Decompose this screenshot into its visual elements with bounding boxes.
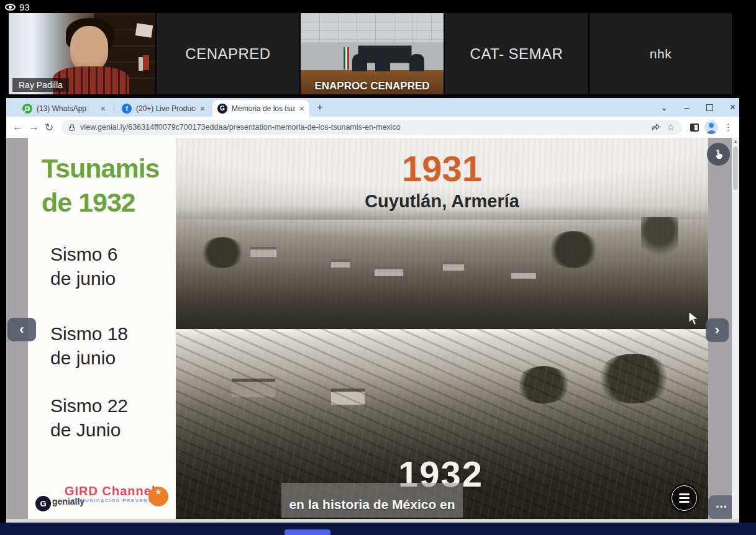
participant-nameplate: ENAPROC CENAPRED	[301, 80, 444, 92]
participant-nameplate: Ray Padilla	[12, 78, 69, 92]
whatsapp-icon	[22, 104, 32, 114]
reload-icon[interactable]: ↻	[45, 121, 53, 134]
tab-strip: (13) WhatsApp × f (20+) Live Producer | …	[6, 98, 739, 117]
tab-facebook-live-producer[interactable]: f (20+) Live Producer | Facebook ×	[117, 100, 210, 117]
profile-avatar[interactable]	[704, 120, 718, 134]
participant-tile-enaproc: ENAPROC CENAPRED	[301, 13, 444, 94]
back-icon[interactable]: ←	[12, 121, 23, 133]
slide-sidebar: Tsunamis de 1932 Sismo 6 de junio Sismo …	[28, 138, 176, 519]
seated-person	[375, 54, 390, 71]
scrollbar-thumb[interactable]	[733, 146, 738, 190]
participant-tile-nhk: nhk	[590, 13, 732, 94]
share-icon[interactable]	[651, 122, 661, 132]
person-face	[70, 26, 108, 71]
tab-memoria-tsunamis[interactable]: G Memoria de los tsunamis en Mé ×	[212, 100, 309, 117]
genially-presentation: Tsunamis de 1932 Sismo 6 de junio Sismo …	[6, 138, 739, 519]
slide-photos: 1931 Cuyutlán, Armería 1932	[176, 138, 708, 519]
participant-tile-cenapred: CENAPRED	[157, 13, 299, 94]
bookmark-star-icon[interactable]: ☆	[667, 122, 675, 132]
close-window-icon[interactable]: ×	[730, 102, 736, 113]
maximize-icon[interactable]	[706, 104, 713, 111]
live-caption: en la historia de México en	[281, 483, 463, 518]
facebook-icon: f	[122, 104, 132, 114]
menu-item-sismo-6-junio[interactable]: Sismo 6 de junio	[50, 242, 117, 290]
participant-tile-catsemar: CAT- SEMAR	[445, 13, 588, 94]
room-ceiling	[301, 13, 444, 42]
address-bar[interactable]: view.genial.ly/636314ff0079c700173eddaa/…	[61, 120, 682, 135]
gird-brand: GIRD Channel	[65, 484, 155, 498]
close-tab-icon[interactable]: ×	[299, 104, 304, 114]
new-tab-button[interactable]: +	[317, 101, 323, 114]
gird-channel-logo: G genially GIRD Channel COMUNICACIÓN PRE…	[35, 483, 172, 515]
participant-name: CENAPRED	[185, 45, 270, 63]
browser-menu-icon[interactable]: ⋮	[724, 122, 733, 133]
close-tab-icon[interactable]: ×	[101, 104, 106, 114]
window-menu-icon[interactable]: ⌄	[660, 102, 668, 112]
seated-person	[352, 54, 367, 71]
viewer-count: 93	[5, 2, 30, 12]
location-label: Cuyutlán, Armería	[176, 191, 708, 212]
minimize-icon[interactable]: –	[685, 102, 690, 112]
forward-icon[interactable]: →	[29, 121, 39, 133]
mouse-cursor	[688, 311, 701, 327]
slide-title: Tsunamis de 1932	[42, 151, 160, 220]
side-panel-icon[interactable]	[690, 124, 699, 132]
blue-action-button[interactable]	[285, 529, 330, 535]
url-text[interactable]: view.genial.ly/636314ff0079c700173eddaa/…	[80, 123, 645, 132]
close-tab-icon[interactable]: ×	[200, 104, 205, 114]
participant-name: nhk	[650, 47, 672, 61]
participant-tile-ray: Ray Padilla	[9, 13, 155, 94]
interactive-elements-button[interactable]	[707, 143, 730, 166]
stream-bottom-bar	[0, 523, 756, 535]
browser-window: (13) WhatsApp × f (20+) Live Producer | …	[6, 98, 739, 519]
viewer-count-value: 93	[19, 2, 30, 12]
photo-1931-cuyutlan: 1931 Cuyutlán, Armería	[176, 138, 708, 329]
seated-person	[409, 54, 424, 71]
genially-icon: G	[217, 104, 227, 114]
menu-item-sismo-18-junio[interactable]: Sismo 18 de junio	[50, 321, 128, 370]
tab-whatsapp[interactable]: (13) WhatsApp ×	[17, 100, 111, 117]
mexican-flag	[344, 47, 349, 70]
page-scrollbar[interactable]: ▲	[732, 138, 739, 519]
eye-icon	[5, 4, 16, 11]
next-slide-button[interactable]: ›	[706, 318, 729, 342]
gird-star-icon: *	[148, 487, 168, 506]
previous-slide-button[interactable]: ‹	[7, 318, 36, 341]
genially-menu-button[interactable]	[670, 483, 699, 513]
participant-name: CAT- SEMAR	[470, 45, 563, 63]
genially-logo-icon[interactable]: G	[35, 496, 51, 511]
browser-toolbar: ← → ↻ view.genial.ly/636314ff0079c700173…	[6, 117, 739, 138]
menu-item-sismo-22-junio[interactable]: Sismo 22 de Junio	[50, 393, 128, 442]
lock-icon	[69, 127, 75, 131]
tap-hand-icon	[713, 148, 725, 161]
year-1931: 1931	[176, 148, 708, 189]
scroll-up-arrow[interactable]: ▲	[732, 139, 739, 143]
